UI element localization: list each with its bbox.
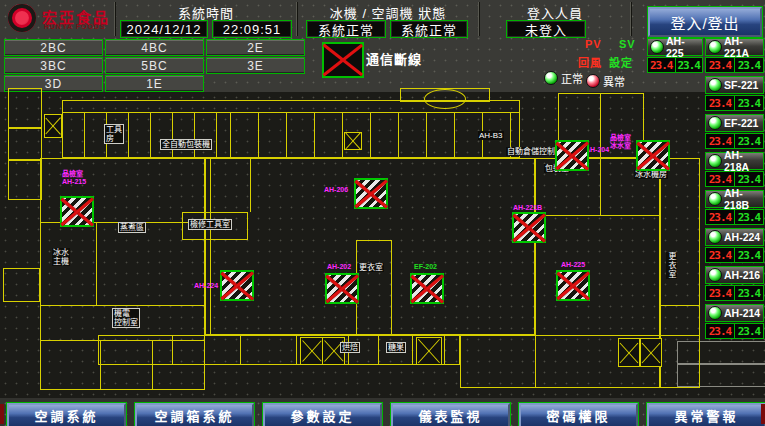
pv-value: 23.4 xyxy=(706,324,735,338)
zone-button-4bc[interactable]: 4BC xyxy=(105,39,204,56)
wall xyxy=(250,158,251,212)
device-status-led-icon xyxy=(708,116,722,130)
divider xyxy=(630,2,632,36)
wall xyxy=(240,335,241,365)
device-ah-214[interactable]: AH-214 xyxy=(705,304,764,322)
nav-button-1[interactable]: 空調系統 xyxy=(7,403,126,426)
pv-value: 23.4 xyxy=(706,134,735,148)
device-values-ah-221a: 23.423.4 xyxy=(705,57,764,73)
device-ah-218a[interactable]: AH-218A xyxy=(705,152,764,170)
zone-button-3bc[interactable]: 3BC xyxy=(4,57,103,74)
device-values-ef-221: 23.423.4 xyxy=(705,133,764,149)
wall xyxy=(660,305,700,306)
pv-value: 23.4 xyxy=(706,58,735,72)
zone-button-1e[interactable]: 1E xyxy=(105,75,204,92)
device-ah-224[interactable]: AH-224 xyxy=(705,228,764,246)
wall xyxy=(3,268,40,302)
room-label: 全自動包裝機 xyxy=(160,139,212,150)
hmi-screen: { "header": { "brand": "宏亞食品", "brand_su… xyxy=(0,0,765,426)
alarm-icon[interactable] xyxy=(512,212,546,243)
device-name: AH-225 xyxy=(666,35,702,59)
nav-button-4[interactable]: 儀表監視 xyxy=(391,403,510,426)
room-label: 蒸煮區 xyxy=(118,222,146,233)
nav-button-5[interactable]: 密碼權限 xyxy=(519,403,638,426)
device-name: AH-216 xyxy=(724,269,760,281)
wall xyxy=(96,222,97,305)
nav-button-3[interactable]: 參數設定 xyxy=(263,403,382,426)
legend-normal: 正常 xyxy=(544,70,583,86)
zone-button-2bc[interactable]: 2BC xyxy=(4,39,103,56)
sv-value: 23.4 xyxy=(735,286,763,300)
nav-button-6[interactable]: 異常警報 xyxy=(647,403,765,426)
room-label: 冰水機房 xyxy=(634,170,668,179)
wall xyxy=(600,158,601,215)
stairs-icon xyxy=(344,132,362,150)
alarm-icon[interactable] xyxy=(636,140,670,171)
device-name: AH-224 xyxy=(724,231,760,243)
equipment-label: AH-225 xyxy=(561,261,585,269)
room-label: 機電 控制室 xyxy=(112,308,140,328)
chiller-status-value: 系統正常 xyxy=(306,20,386,38)
wall xyxy=(535,215,660,216)
round-table-icon xyxy=(424,89,466,109)
device-ef-221[interactable]: EF-221 xyxy=(705,114,764,132)
nav-button-2[interactable]: 空調箱系統 xyxy=(135,403,254,426)
alarm-icon[interactable] xyxy=(354,178,388,209)
wall xyxy=(8,160,42,200)
device-sf-221[interactable]: SF-221 xyxy=(705,76,764,94)
sv-value: 23.4 xyxy=(735,248,763,262)
wall xyxy=(172,335,173,365)
device-status-led-icon xyxy=(708,40,722,54)
alarm-icon[interactable] xyxy=(325,273,359,304)
wall xyxy=(40,305,205,306)
device-ah-221a[interactable]: AH-221A xyxy=(705,38,764,56)
comm-fail-label: 通信斷線 xyxy=(366,49,422,68)
device-ah-225[interactable]: AH-225 xyxy=(647,38,703,56)
device-ah-218b[interactable]: AH-218B xyxy=(705,190,764,208)
zone-button-3e[interactable]: 3E xyxy=(206,57,305,74)
equipment-label: EF-202 xyxy=(414,263,437,271)
divider xyxy=(478,2,480,36)
pv-value: 23.4 xyxy=(648,58,676,72)
pv-value: 23.4 xyxy=(706,210,735,224)
alarm-icon[interactable] xyxy=(556,270,590,301)
sv-name-label: 設定 xyxy=(609,54,633,70)
login-user-value: 未登入 xyxy=(506,20,586,38)
sv-value: 23.4 xyxy=(676,58,703,72)
device-name: EF-221 xyxy=(724,117,758,129)
wall xyxy=(100,340,101,390)
sv-value: 23.4 xyxy=(735,96,763,110)
alarm-icon[interactable] xyxy=(60,196,94,227)
sv-header: SV xyxy=(619,38,636,50)
room-label: 更衣室 xyxy=(358,263,384,272)
wall xyxy=(460,335,700,388)
alarm-icon[interactable] xyxy=(555,140,589,171)
sv-value: 23.4 xyxy=(735,172,763,186)
login-logout-button[interactable]: 登入/登出 xyxy=(648,7,762,37)
device-status-led-icon xyxy=(708,268,722,282)
sv-value: 23.4 xyxy=(735,134,763,148)
zone-button-5bc[interactable]: 5BC xyxy=(105,57,204,74)
pv-value: 23.4 xyxy=(706,172,735,186)
alarm-icon[interactable] xyxy=(410,273,444,304)
room-label: 糖果 xyxy=(386,342,406,353)
wall-dividers xyxy=(230,112,520,158)
wall xyxy=(412,335,413,365)
room-label: AH-B3 xyxy=(478,131,504,140)
room-label: 烘焙 xyxy=(340,342,360,353)
device-values-ah-216: 23.423.4 xyxy=(705,285,764,301)
divider xyxy=(114,2,116,36)
wall xyxy=(8,88,42,128)
device-values-ah-224: 23.423.4 xyxy=(705,247,764,263)
alarm-icon[interactable] xyxy=(220,270,254,301)
sv-value: 23.4 xyxy=(735,58,763,72)
stairs-icon xyxy=(618,338,640,367)
wall xyxy=(378,335,379,365)
device-status-led-icon xyxy=(708,306,722,320)
device-status-led-icon xyxy=(708,154,722,168)
device-status-led-icon xyxy=(708,192,722,206)
device-values-sf-221: 23.423.4 xyxy=(705,95,764,111)
device-ah-216[interactable]: AH-216 xyxy=(705,266,764,284)
wall xyxy=(210,158,211,335)
zone-button-2e[interactable]: 2E xyxy=(206,39,305,56)
